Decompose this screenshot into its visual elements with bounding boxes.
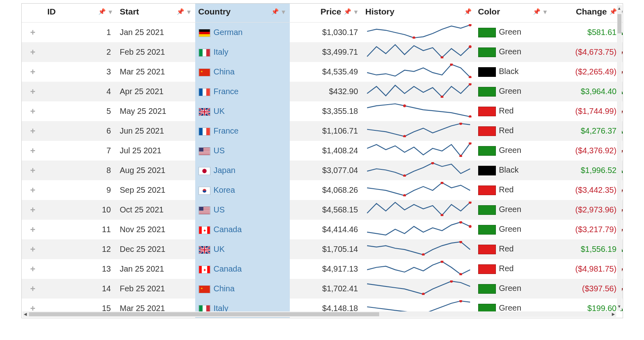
column-history[interactable]: History 📌 [362,4,475,23]
cell-country[interactable]: UK [195,101,290,121]
pin-icon[interactable]: 📌 [177,8,184,15]
vertical-scrollbar-thumb[interactable] [617,14,621,33]
expand-button[interactable]: + [22,23,44,43]
column-country[interactable]: Country 📌 ▼ [195,4,290,23]
country-link[interactable]: US [214,205,225,214]
column-id[interactable]: ID 📌 ▼ [44,4,117,23]
cell-country[interactable]: France [195,82,290,101]
cell-change: ($397.56)▼ [551,279,623,299]
country-link[interactable]: UK [214,245,225,253]
cell-country[interactable]: ★China [195,279,290,299]
color-swatch [478,126,496,136]
table-row[interactable]: +8Aug 25 2021Japan$3,077.04Black$1,996.5… [22,161,623,180]
cell-country[interactable]: Korea [195,180,290,200]
expand-button[interactable]: + [22,259,44,279]
cell-country[interactable]: France [195,121,290,141]
pin-icon[interactable]: 📌 [609,8,617,15]
expand-button[interactable]: + [22,200,44,220]
horizontal-scrollbar-thumb[interactable] [29,312,379,316]
expand-button[interactable]: + [22,161,44,180]
expand-button[interactable]: + [22,239,44,259]
cell-start: Jul 25 2021 [117,141,195,161]
column-color[interactable]: Color 📌 ▼ [475,4,551,23]
filter-icon[interactable]: ▼ [542,8,548,15]
expand-button[interactable]: + [22,220,44,239]
svg-point-44 [202,169,206,173]
scroll-left-icon[interactable]: ◀ [23,311,28,317]
svg-rect-1 [199,32,210,34]
cell-country[interactable]: ✦Canada [195,259,290,279]
cell-country[interactable]: ★China [195,62,290,82]
country-link[interactable]: Korea [214,185,235,194]
cell-price: $432.90 [290,82,362,101]
cell-country[interactable]: Japan [195,161,290,180]
table-row[interactable]: +4Apr 25 2021France$432.90Green$3,964.40… [22,82,623,101]
expand-button[interactable]: + [22,62,44,82]
cell-country[interactable]: German [195,23,290,43]
cell-start: Oct 25 2021 [117,200,195,220]
pin-icon[interactable]: 📌 [98,8,106,15]
cell-country[interactable]: US [195,141,290,161]
table-row[interactable]: +5May 25 2021UK$3,355.18Red($1,744.99)▼ [22,101,623,121]
cell-history [362,200,475,220]
cell-country[interactable]: Italy [195,42,290,62]
country-link[interactable]: Italy [214,47,229,56]
horizontal-scrollbar[interactable]: ◀ ▶ [23,311,616,317]
filter-icon[interactable]: ▼ [353,8,359,15]
expand-button[interactable]: + [22,279,44,299]
table-row[interactable]: +6Jun 25 2021France$1,106.71Red$4,276.37… [22,121,623,141]
country-link[interactable]: China [214,284,235,293]
expand-button[interactable]: + [22,82,44,101]
table-row[interactable]: +13Jan 25 2021✦Canada$4,917.13Red($4,981… [22,259,623,279]
expand-button[interactable]: + [22,141,44,161]
svg-text:✦: ✦ [202,228,206,233]
country-link[interactable]: China [214,67,235,76]
scroll-right-icon[interactable]: ▶ [611,311,616,317]
cell-color: Green [475,220,551,239]
country-link[interactable]: Canada [214,264,242,273]
vertical-scrollbar[interactable]: ▲ ▼ [617,5,622,311]
country-link[interactable]: France [214,126,239,135]
filter-icon[interactable]: ▼ [107,8,114,15]
column-start[interactable]: Start 📌 ▼ [117,4,195,23]
sparkline-chart [365,261,472,275]
table-row[interactable]: +11Nov 25 2021✦Canada$4,414.46Green($3,2… [22,220,623,239]
table-row[interactable]: +12Dec 25 2021UK$1,705.14Red$1,556.19▲ [22,239,623,259]
pin-icon[interactable]: 📌 [271,8,279,15]
sparkline-chart [365,202,472,216]
table-row[interactable]: +10Oct 25 2021US$4,568.15Green($2,973.96… [22,200,623,220]
table-row[interactable]: +2Feb 25 2021Italy$3,499.71Green($4,673.… [22,42,623,62]
svg-rect-59 [199,211,210,212]
filter-icon[interactable]: ▼ [281,8,287,15]
column-price[interactable]: Price 📌 ▼ [290,4,362,23]
country-link[interactable]: Japan [214,166,236,175]
country-link[interactable]: Canada [214,225,242,234]
filter-icon[interactable]: ▼ [186,8,192,15]
scroll-down-icon[interactable]: ▼ [617,304,622,310]
grid-scroll-area[interactable]: ID 📌 ▼ Start 📌 ▼ [22,4,623,318]
scroll-up-icon[interactable]: ▲ [617,6,622,12]
cell-country[interactable]: US [195,200,290,220]
cell-country[interactable]: ✦Canada [195,220,290,239]
country-link[interactable]: France [214,87,239,96]
expand-button[interactable]: + [22,101,44,121]
country-link[interactable]: US [214,146,225,155]
expand-button[interactable]: + [22,180,44,200]
table-row[interactable]: +3Mar 25 2021★China$4,535.49Black($2,265… [22,62,623,82]
expand-button[interactable]: + [22,42,44,62]
expand-button[interactable]: + [22,121,44,141]
pin-icon[interactable]: 📌 [464,8,472,15]
table-row[interactable]: +9Sep 25 2021Korea$4,068.26Red($3,442.35… [22,180,623,200]
pin-icon[interactable]: 📌 [533,8,541,15]
country-link[interactable]: German [214,28,243,37]
cell-id: 13 [44,259,117,279]
table-row[interactable]: +1Jan 25 2021German$1,030.17Green$581.61… [22,23,623,43]
cell-start: Dec 25 2021 [117,239,195,259]
cell-country[interactable]: UK [195,239,290,259]
column-change[interactable]: Change 📌 ▼ [551,4,623,23]
svg-point-25 [403,135,406,138]
pin-icon[interactable]: 📌 [344,8,351,15]
table-row[interactable]: +14Feb 25 2021★China$1,702.41Green($397.… [22,279,623,299]
country-link[interactable]: UK [214,107,225,115]
table-row[interactable]: +7Jul 25 2021US$1,408.24Green($4,376.92)… [22,141,623,161]
